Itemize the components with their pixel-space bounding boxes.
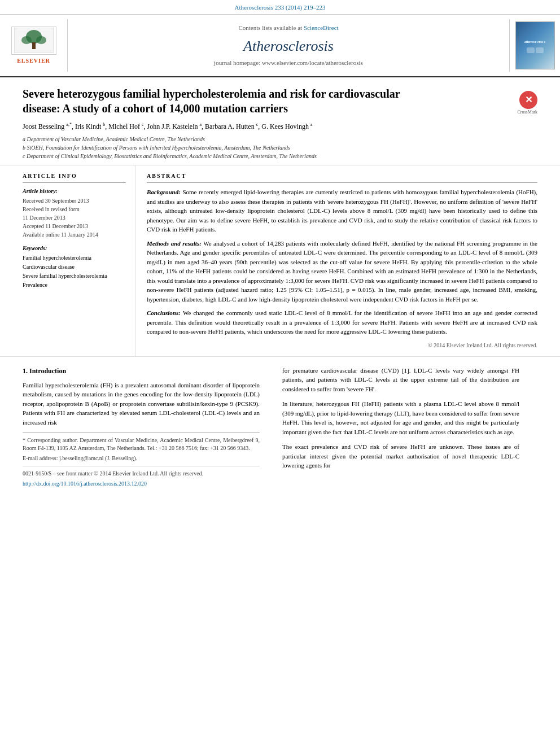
- cover-icon-2: [536, 47, 544, 53]
- keyword-2: Cardiovascular disease: [23, 263, 126, 272]
- elsevier-wordmark: ELSEVIER: [17, 57, 50, 65]
- svg-point-2: [21, 36, 32, 44]
- affiliation-a: a Department of Vascular Medicine, Acade…: [23, 135, 508, 143]
- doi-line: http://dx.doi.org/10.1016/j.atherosclero…: [23, 480, 260, 488]
- authors-line: Joost Besseling a,*, Iris Kindt b, Miche…: [23, 121, 508, 132]
- background-label: Background:: [147, 189, 181, 195]
- abstract-background: Background: Some recently emerged lipid-…: [147, 187, 537, 234]
- doi-link[interactable]: http://dx.doi.org/10.1016/j.atherosclero…: [23, 480, 147, 487]
- email-note: E-mail address: j.besseling@amc.nl (J. B…: [23, 455, 260, 462]
- affiliation-b: b StOEH, Foundation for Identification o…: [23, 143, 508, 152]
- journal-title-section: Contents lists available at ScienceDirec…: [68, 19, 509, 72]
- sciencedirect-link[interactable]: ScienceDirect: [304, 24, 339, 31]
- background-text: Some recently emerged lipid-lowering the…: [147, 189, 537, 233]
- journal-homepage: journal homepage: www.elsevier.com/locat…: [77, 59, 500, 67]
- svg-rect-4: [32, 42, 36, 49]
- revised-date: 11 December 2013: [23, 215, 65, 221]
- email-address: j.besseling@amc.nl (J. Besseling).: [59, 455, 137, 461]
- footnote-area: * Corresponding author. Department of Va…: [23, 433, 260, 488]
- journal-name: Atherosclerosis: [77, 36, 500, 56]
- methods-text: We analysed a cohort of 14,283 patients …: [147, 240, 537, 303]
- keyword-4: Prevalence: [23, 281, 126, 290]
- affiliations: a Department of Vascular Medicine, Acade…: [23, 135, 508, 160]
- body-right-column: for premature cardiovascular disease (CV…: [271, 357, 542, 500]
- cover-title-text: atherosc eros s: [523, 38, 546, 45]
- conclusions-text: We changed the commonly used static LDL-…: [147, 309, 537, 335]
- cover-icon-1: [527, 47, 535, 53]
- intro-heading: 1. Introduction: [23, 366, 260, 376]
- abstract-panel: ABSTRACT Background: Some recently emerg…: [135, 165, 560, 356]
- abstract-heading: ABSTRACT: [147, 172, 537, 183]
- elsevier-logo-image: [11, 27, 56, 55]
- corresponding-note: * Corresponding author. Department of Va…: [23, 436, 260, 452]
- abstract-methods: Methods and results: We analysed a cohor…: [147, 239, 537, 304]
- body-left-column: 1. Introduction Familial hypercholestero…: [0, 357, 271, 500]
- cover-thumbnail: atherosc eros s: [515, 21, 555, 69]
- affiliation-c: c Department of Clinical Epidemiology, B…: [23, 152, 508, 160]
- elsevier-logo-section: ELSEVIER: [0, 19, 68, 72]
- keywords-section: Keywords: Familial hypercholesterolemia …: [23, 244, 126, 290]
- article-history: Article history: Received 30 September 2…: [23, 187, 126, 239]
- email-label: E-mail address:: [23, 455, 58, 461]
- journal-cover-image: atherosc eros s: [509, 19, 560, 72]
- article-info-panel: ARTICLE INFO Article history: Received 3…: [0, 165, 135, 356]
- article-title: Severe heterozygous familial hypercholes…: [23, 86, 429, 116]
- cover-icon-group: [527, 47, 544, 53]
- conclusions-label: Conclusions:: [147, 309, 181, 316]
- authors-text: Joost Besseling a,*, Iris Kindt b, Miche…: [23, 123, 312, 130]
- keyword-3: Severe familial hypercholesterolemia: [23, 272, 126, 281]
- revised-label: Received in revised form: [23, 206, 80, 212]
- journal-reference-bar: Atherosclerosis 233 (2014) 219–223: [0, 0, 560, 15]
- keyword-1: Familial hypercholesterolemia: [23, 254, 126, 263]
- available-date: Available online 11 January 2014: [23, 231, 98, 238]
- right-para2: In literature, heterozygous FH (HeFH) pa…: [282, 399, 519, 436]
- accepted-date: Accepted 11 December 2013: [23, 223, 88, 229]
- received-date: Received 30 September 2013: [23, 198, 89, 204]
- info-abstract-section: ARTICLE INFO Article history: Received 3…: [0, 165, 560, 357]
- journal-reference: Atherosclerosis 233 (2014) 219–223: [234, 4, 325, 11]
- journal-header: ELSEVIER Contents lists available at Sci…: [0, 15, 560, 77]
- svg-point-3: [36, 36, 46, 44]
- intro-para1: Familial hypercholesterolemia (FH) is a …: [23, 381, 260, 427]
- history-label: Article history:: [23, 187, 126, 195]
- contents-line: Contents lists available at ScienceDirec…: [77, 24, 500, 32]
- body-section: 1. Introduction Familial hypercholestero…: [0, 357, 560, 500]
- corresponding-label: * Corresponding author.: [23, 437, 78, 443]
- abstract-text: Background: Some recently emerged lipid-…: [147, 187, 537, 350]
- article-info-heading: ARTICLE INFO: [23, 172, 126, 183]
- right-para1: for premature cardiovascular disease (CV…: [282, 366, 519, 394]
- methods-label: Methods and results:: [147, 240, 202, 247]
- article-header: Severe heterozygous familial hypercholes…: [0, 77, 560, 165]
- issn-line: 0021-9150/$ – see front matter © 2014 El…: [23, 470, 260, 478]
- right-para3: The exact prevalence and CVD risk of sev…: [282, 442, 519, 470]
- copyright-line: © 2014 Elsevier Ireland Ltd. All rights …: [147, 341, 537, 350]
- abstract-conclusions: Conclusions: We changed the commonly use…: [147, 308, 537, 337]
- keywords-label: Keywords:: [23, 244, 126, 252]
